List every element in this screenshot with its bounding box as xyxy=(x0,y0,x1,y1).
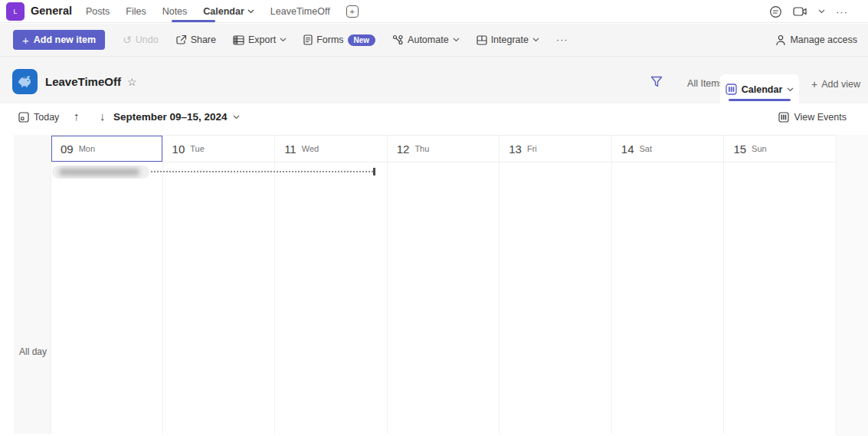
day-number: 10 xyxy=(172,143,185,156)
date-range-label: September 09–15, 2024 xyxy=(113,111,228,123)
integrate-button[interactable]: Integrate xyxy=(477,34,539,45)
add-view-button[interactable]: + Add view xyxy=(811,78,860,90)
share-label: Share xyxy=(191,34,216,45)
undo-icon: ↺ xyxy=(123,34,132,46)
day-column-mon[interactable] xyxy=(51,162,163,434)
next-week-arrow[interactable]: ↓ xyxy=(100,110,106,123)
tab-leavetimeoff[interactable]: LeaveTimeOff xyxy=(270,6,330,17)
day-header-thu[interactable]: 12Thu xyxy=(388,136,500,162)
day-header-wed[interactable]: 11Wed xyxy=(275,136,388,162)
day-abbr: Mon xyxy=(79,144,95,153)
forms-document-icon xyxy=(303,34,313,45)
automate-label: Automate xyxy=(408,34,449,45)
day-column-sat[interactable] xyxy=(612,162,725,434)
favorite-star-icon[interactable]: ☆ xyxy=(127,76,137,88)
chevron-down-icon xyxy=(280,38,287,42)
channel-avatar[interactable]: L xyxy=(6,2,25,21)
day-abbr: Tue xyxy=(190,144,205,153)
forms-button[interactable]: Forms New xyxy=(303,34,375,46)
channel-name: General xyxy=(31,5,72,17)
undo-button[interactable]: ↺ Undo xyxy=(123,34,159,46)
date-range-picker[interactable]: September 09–15, 2024 xyxy=(113,111,240,123)
chevron-down-icon xyxy=(453,38,460,42)
day-column-sun[interactable] xyxy=(724,162,837,434)
tab-posts-label: Posts xyxy=(86,6,110,17)
add-new-item-label: Add new item xyxy=(34,34,96,45)
day-column-tue[interactable] xyxy=(163,162,276,434)
chat-icon[interactable] xyxy=(769,5,782,18)
toolbar-overflow-button[interactable]: ··· xyxy=(556,34,568,45)
tab-posts[interactable]: Posts xyxy=(86,6,110,17)
add-new-item-button[interactable]: + Add new item xyxy=(13,30,105,50)
day-header-mon[interactable]: 09Mon xyxy=(51,136,163,162)
tab-files[interactable]: Files xyxy=(126,6,146,17)
list-header-band: LeaveTimeOff ☆ All Items Calendar + Add … xyxy=(0,56,868,103)
filter-icon[interactable] xyxy=(650,76,663,87)
today-label: Today xyxy=(34,112,59,123)
day-header-sun[interactable]: 15Sun xyxy=(724,136,837,162)
tab-leavetimeoff-label: LeaveTimeOff xyxy=(270,6,330,17)
day-header-sat[interactable]: 14Sat xyxy=(612,136,725,162)
event-bar-redacted[interactable] xyxy=(52,166,149,179)
export-label: Export xyxy=(248,34,276,45)
event-extension-dotted-line xyxy=(151,171,373,172)
day-number: 15 xyxy=(733,143,746,156)
calendar-today-icon xyxy=(18,112,29,123)
automate-flow-icon xyxy=(392,34,404,45)
day-abbr: Thu xyxy=(414,144,429,153)
chevron-down-icon xyxy=(247,9,254,14)
list-app-icon xyxy=(12,69,38,94)
all-day-row xyxy=(51,162,837,434)
day-abbr: Sat xyxy=(640,144,653,153)
chevron-down-icon[interactable] xyxy=(818,9,825,14)
day-header-fri[interactable]: 13Fri xyxy=(500,136,612,162)
calendar-view-icon xyxy=(726,84,737,95)
today-button[interactable]: Today xyxy=(18,112,59,123)
event-resize-handle[interactable] xyxy=(373,168,375,175)
channel-topbar: L General Posts Files Notes Calendar Lea… xyxy=(0,0,868,23)
view-tab-label: Calendar xyxy=(742,84,783,95)
day-number: 12 xyxy=(397,143,410,156)
day-number: 14 xyxy=(621,143,634,156)
toolbar-items: ↺ Undo Share Export Forms New Automate xyxy=(123,24,568,56)
previous-week-arrow[interactable]: ↑ xyxy=(74,110,80,123)
event-blurred-text xyxy=(59,169,139,175)
tab-files-label: Files xyxy=(126,6,146,17)
day-column-fri[interactable] xyxy=(500,162,612,434)
forms-label: Forms xyxy=(316,34,343,45)
grid-right-margin xyxy=(837,135,868,436)
tab-notes[interactable]: Notes xyxy=(162,6,188,17)
day-abbr: Fri xyxy=(527,144,537,153)
manage-access-label: Manage access xyxy=(790,34,857,45)
tab-calendar[interactable]: Calendar xyxy=(203,6,254,17)
view-all-items[interactable]: All Items xyxy=(687,78,724,89)
tab-notes-label: Notes xyxy=(162,6,188,17)
export-button[interactable]: Export xyxy=(233,34,287,45)
day-abbr: Sun xyxy=(752,144,767,153)
piggy-bank-icon xyxy=(17,75,33,88)
more-options-icon[interactable]: ··· xyxy=(836,6,848,18)
automate-button[interactable]: Automate xyxy=(392,34,460,45)
add-view-label: Add view xyxy=(821,79,860,90)
integrate-label: Integrate xyxy=(491,34,529,45)
add-tab-icon[interactable]: + xyxy=(346,5,359,18)
down-arrow-icon: ↓ xyxy=(100,110,106,123)
day-header-tue[interactable]: 10Tue xyxy=(163,136,276,162)
view-events-button[interactable]: View Events xyxy=(778,112,847,123)
day-column-thu[interactable] xyxy=(388,162,500,434)
plus-icon: + xyxy=(22,34,29,47)
manage-access-button[interactable]: Manage access xyxy=(775,24,857,56)
day-column-wed[interactable] xyxy=(275,162,388,434)
chevron-down-icon xyxy=(787,87,794,92)
all-day-label: All day xyxy=(19,346,47,357)
video-camera-icon[interactable] xyxy=(793,6,807,17)
day-abbr: Wed xyxy=(302,144,319,153)
topbar-actions: ··· xyxy=(769,0,848,23)
list-title: LeaveTimeOff xyxy=(45,75,121,88)
channel-tab-list: Posts Files Notes Calendar LeaveTimeOff … xyxy=(86,0,359,23)
view-tab-calendar[interactable]: Calendar xyxy=(720,74,799,104)
list-title-row: LeaveTimeOff ☆ xyxy=(45,75,137,88)
teams-lists-calendar-page: L General Posts Files Notes Calendar Lea… xyxy=(0,0,868,436)
calendar-controls: Today ↑ ↓ September 09–15, 2024 View Eve… xyxy=(0,103,868,135)
share-button[interactable]: Share xyxy=(175,34,216,45)
